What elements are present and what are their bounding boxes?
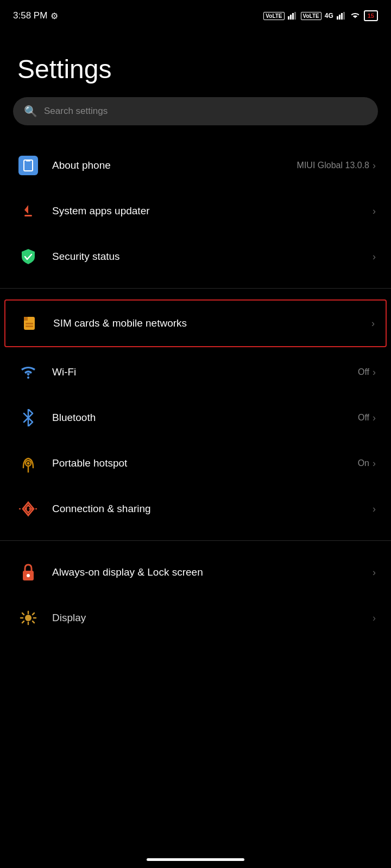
status-left: 3:58 PM ⚙ xyxy=(13,10,58,21)
system-apps-updater-icon xyxy=(15,198,41,224)
about-phone-content: About phone xyxy=(52,159,297,171)
signal-bars-1 xyxy=(288,12,298,20)
about-phone-right: MIUI Global 13.0.8 › xyxy=(297,160,376,171)
svg-rect-14 xyxy=(26,323,33,324)
security-status-icon xyxy=(15,244,41,270)
wifi-chevron: › xyxy=(373,367,376,378)
hotspot-icon xyxy=(15,450,41,476)
section-connectivity: SIM cards & mobile networks › Wi-Fi Off … xyxy=(0,293,391,536)
search-icon: 🔍 xyxy=(24,105,37,118)
status-right: VoLTE VoLTE 4G 15 xyxy=(263,10,378,21)
svg-point-24 xyxy=(27,574,30,577)
display-chevron: › xyxy=(373,612,376,624)
hotspot-content: Portable hotspot xyxy=(52,457,358,469)
wifi-right: Off › xyxy=(358,367,376,378)
svg-rect-15 xyxy=(26,326,33,327)
settings-item-system-apps-updater[interactable]: System apps updater › xyxy=(0,188,391,234)
svg-rect-1 xyxy=(290,15,292,20)
svg-rect-6 xyxy=(341,13,343,20)
gear-icon: ⚙ xyxy=(51,11,58,21)
connection-sharing-chevron: › xyxy=(373,503,376,515)
phone-icon-shape xyxy=(18,156,38,175)
connection-sharing-icon xyxy=(15,496,41,522)
system-apps-updater-label: System apps updater xyxy=(52,205,373,217)
wifi-content: Wi-Fi xyxy=(52,366,358,378)
search-bar[interactable]: 🔍 Search settings xyxy=(13,97,378,125)
settings-item-always-on-display[interactable]: Always-on display & Lock screen › xyxy=(0,550,391,595)
svg-point-18 xyxy=(27,462,30,465)
always-on-display-right: › xyxy=(373,567,376,578)
time-display: 3:58 PM xyxy=(13,10,47,21)
volte-icon-1: VoLTE xyxy=(263,12,284,20)
battery-box: 15 xyxy=(364,10,378,21)
about-phone-chevron: › xyxy=(373,160,376,171)
bottom-nav-bar xyxy=(0,851,391,868)
display-icon xyxy=(15,605,41,631)
settings-item-about-phone[interactable]: About phone MIUI Global 13.0.8 › xyxy=(0,143,391,188)
bluetooth-content: Bluetooth xyxy=(52,412,358,424)
hotspot-chevron: › xyxy=(373,458,376,469)
bluetooth-value: Off xyxy=(358,413,369,423)
settings-item-wifi[interactable]: Wi-Fi Off › xyxy=(0,349,391,395)
status-bar: 3:58 PM ⚙ VoLTE VoLTE 4G 15 xyxy=(0,0,391,28)
sim-cards-content: SIM cards & mobile networks xyxy=(53,317,371,329)
home-indicator xyxy=(147,858,244,861)
svg-line-33 xyxy=(22,621,24,623)
svg-rect-3 xyxy=(294,12,296,20)
connection-sharing-content: Connection & sharing xyxy=(52,503,373,515)
sim-cards-right: › xyxy=(371,318,375,329)
security-status-label: Security status xyxy=(52,251,373,263)
always-on-display-chevron: › xyxy=(373,567,376,578)
security-status-chevron: › xyxy=(373,251,376,263)
sim-cards-chevron: › xyxy=(371,318,375,329)
bluetooth-right: Off › xyxy=(358,412,376,424)
divider-2 xyxy=(0,540,391,541)
settings-item-sim-cards[interactable]: SIM cards & mobile networks › xyxy=(4,299,387,347)
system-apps-updater-content: System apps updater xyxy=(52,205,373,217)
about-phone-label: About phone xyxy=(52,159,297,171)
hotspot-right: On › xyxy=(358,458,376,469)
search-placeholder-text: Search settings xyxy=(44,106,108,117)
security-status-content: Security status xyxy=(52,251,373,263)
settings-item-bluetooth[interactable]: Bluetooth Off › xyxy=(0,395,391,441)
svg-rect-11 xyxy=(24,215,32,216)
settings-item-security-status[interactable]: Security status › xyxy=(0,234,391,279)
page-title: Settings xyxy=(0,28,391,97)
4g-label: 4G xyxy=(325,12,333,20)
svg-point-16 xyxy=(27,376,29,379)
svg-line-30 xyxy=(22,613,24,615)
bluetooth-label: Bluetooth xyxy=(52,412,358,424)
svg-rect-8 xyxy=(24,160,33,171)
always-on-display-label: Always-on display & Lock screen xyxy=(52,566,373,578)
security-status-right: › xyxy=(373,251,376,263)
volte-icon-2: VoLTE xyxy=(301,12,321,20)
wifi-icon xyxy=(350,12,361,20)
section-top: About phone MIUI Global 13.0.8 › System … xyxy=(0,138,391,284)
svg-line-31 xyxy=(33,621,34,623)
svg-rect-4 xyxy=(337,16,338,20)
settings-item-display[interactable]: Display › xyxy=(0,595,391,653)
system-apps-updater-chevron: › xyxy=(373,206,376,217)
display-right: › xyxy=(373,612,376,624)
always-on-display-content: Always-on display & Lock screen xyxy=(52,566,373,578)
wifi-value: Off xyxy=(358,367,369,377)
svg-line-32 xyxy=(33,613,34,615)
svg-rect-9 xyxy=(26,161,30,162)
display-content: Display xyxy=(52,612,373,624)
about-phone-value: MIUI Global 13.0.8 xyxy=(297,161,369,170)
settings-item-portable-hotspot[interactable]: Portable hotspot On › xyxy=(0,441,391,486)
bluetooth-icon xyxy=(15,405,41,431)
hotspot-value: On xyxy=(358,458,369,468)
svg-rect-0 xyxy=(288,16,289,20)
svg-rect-2 xyxy=(292,13,294,20)
svg-marker-10 xyxy=(24,205,28,214)
bluetooth-chevron: › xyxy=(373,412,376,424)
svg-marker-13 xyxy=(24,317,28,321)
system-apps-updater-right: › xyxy=(373,206,376,217)
settings-item-connection-sharing[interactable]: Connection & sharing › xyxy=(0,486,391,532)
about-phone-icon xyxy=(15,152,41,178)
wifi-settings-icon xyxy=(15,359,41,385)
display-label: Display xyxy=(52,612,373,624)
wifi-label: Wi-Fi xyxy=(52,366,358,378)
sim-cards-label: SIM cards & mobile networks xyxy=(53,317,371,329)
